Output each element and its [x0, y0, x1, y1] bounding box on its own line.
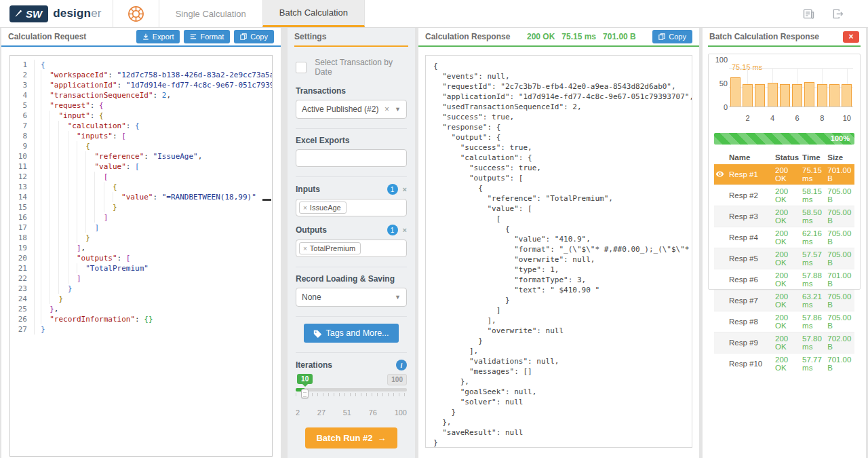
result-name: Resp #10: [728, 354, 774, 375]
eye-icon[interactable]: [714, 164, 728, 185]
column-header: Name: [728, 151, 774, 164]
slider-track[interactable]: [296, 388, 407, 392]
export-button[interactable]: Export: [136, 30, 180, 43]
transactions-select[interactable]: Active Published (#2) × ▼: [296, 100, 407, 119]
batch-result-row[interactable]: Resp #1200 OK75.15 ms701.00 B: [714, 164, 854, 185]
record-loading-saving-label: Record Loading & Saving: [296, 274, 407, 284]
result-name: Resp #6: [728, 269, 774, 290]
app-logo: SW designer: [0, 0, 113, 27]
response-json-line: ],: [433, 346, 692, 356]
batch-result-row[interactable]: Resp #8200 OK57.86 ms705.00 B: [714, 311, 854, 332]
batch-result-row[interactable]: Resp #3200 OK58.50 ms705.00 B: [714, 206, 854, 227]
settings-panel: Settings Select Transaction by Date Tran…: [288, 28, 415, 458]
clear-transaction-icon[interactable]: ×: [384, 104, 389, 114]
batch-result-row[interactable]: Resp #2200 OK58.15 ms705.00 B: [714, 185, 854, 206]
batch-result-row[interactable]: Resp #7200 OK63.21 ms705.00 B: [714, 290, 854, 311]
iterations-label: Iterations i: [296, 360, 407, 370]
inputs-tag-field[interactable]: × IssueAge: [296, 199, 407, 216]
arrow-right-icon: →: [378, 433, 387, 443]
tab-single-calculation[interactable]: Single Calculation: [159, 0, 262, 27]
copy-request-button[interactable]: Copy: [234, 30, 274, 43]
column-header: Size: [826, 151, 854, 164]
result-status: 200 OK: [774, 164, 801, 185]
result-name: Resp #2: [728, 185, 774, 206]
slider-value-bubble: 10: [297, 374, 313, 384]
batch-result-row[interactable]: Resp #4200 OK62.16 ms705.00 B: [714, 227, 854, 248]
outputs-tag-field[interactable]: × TotalPremium: [296, 240, 407, 257]
tags-and-more-button[interactable]: Tags and More...: [304, 324, 398, 343]
tab-batch-calculation[interactable]: Batch Calculation: [262, 0, 365, 27]
response-json-view[interactable]: { "events": null, "requestId": "2c7c3b7b…: [425, 55, 692, 448]
batch-response-title: Batch Calculation Response: [709, 32, 819, 41]
clear-outputs-icon[interactable]: ×: [403, 226, 407, 234]
slider-max-badge: 100: [387, 374, 407, 385]
response-time-bar[interactable]: [804, 82, 814, 107]
x-axis-label: [754, 114, 766, 122]
sign-out-icon[interactable]: [831, 7, 845, 21]
help-lifesaver-icon[interactable]: [113, 0, 159, 27]
response-time-bar[interactable]: [743, 84, 753, 107]
batch-result-row[interactable]: Resp #10200 OK57.77 ms701.00 B: [714, 354, 854, 375]
response-time-bar[interactable]: [817, 84, 827, 107]
line-number: 15: [10, 202, 35, 212]
response-time-bar[interactable]: [730, 77, 741, 107]
format-button[interactable]: Format: [184, 30, 230, 43]
code-line: 26"recordInformation": {}: [10, 314, 272, 324]
x-axis-label: [778, 114, 791, 122]
response-accent-line: [418, 45, 699, 47]
result-size: 705.00 B: [826, 206, 854, 227]
response-time-bar[interactable]: [780, 84, 790, 107]
line-number: 21: [10, 263, 35, 273]
response-time-bar[interactable]: [768, 83, 778, 107]
batch-results-box: 100500 75.15 ms 246810 100% NameStatusTi…: [708, 54, 861, 290]
slider-tick-labels: 2275176100: [296, 408, 407, 417]
response-json-line: "output": {: [433, 132, 692, 142]
y-axis-label: 0: [714, 103, 728, 111]
info-icon[interactable]: i: [396, 360, 407, 370]
batch-run-button[interactable]: Batch Run #2 →: [305, 427, 397, 449]
slider-handle[interactable]: [301, 389, 309, 398]
copy-response-button[interactable]: Copy: [652, 30, 692, 43]
response-json-line: "validations": null,: [433, 356, 692, 366]
code-line: 20"outputs": [: [10, 253, 272, 263]
remove-tag-icon[interactable]: ×: [303, 245, 307, 252]
iterations-slider[interactable]: 10 100: [296, 388, 407, 406]
download-icon: [142, 33, 149, 40]
select-transaction-by-date-checkbox[interactable]: [296, 62, 307, 73]
response-time-bar[interactable]: [755, 84, 765, 107]
y-axis-label: 100: [714, 56, 728, 64]
main-area: Calculation Request Export Format Copy 1…: [0, 28, 868, 458]
line-number: 10: [10, 151, 35, 161]
transactions-label: Transactions: [296, 86, 407, 96]
excel-exports-input[interactable]: [296, 149, 407, 167]
batch-result-row[interactable]: Resp #5200 OK57.57 ms705.00 B: [714, 248, 854, 269]
request-accent-line: [1, 45, 281, 47]
record-loading-select[interactable]: None ▼: [296, 288, 407, 307]
request-json-editor[interactable]: 1{2"workspaceId": "12d7c758-b138-426d-83…: [9, 55, 273, 457]
clear-inputs-icon[interactable]: ×: [403, 185, 407, 193]
response-json-line: }: [433, 336, 692, 346]
result-time: 57.86 ms: [801, 311, 826, 332]
status-time: 75.15 ms: [561, 32, 596, 41]
tab-bar: Single Calculation Batch Calculation: [159, 0, 365, 27]
news-icon[interactable]: [802, 7, 816, 21]
response-time-bar[interactable]: [792, 84, 802, 107]
scrollbar-marker: [262, 199, 271, 201]
divider: [296, 128, 407, 129]
code-line: 27}: [10, 324, 272, 335]
result-time: 57.57 ms: [801, 248, 826, 269]
close-icon[interactable]: ×: [843, 31, 859, 43]
remove-tag-icon[interactable]: ×: [303, 204, 307, 212]
code-line: 14"value": "=RANDBETWEEN(18,99)": [10, 192, 272, 202]
response-json-line: "text": " $410.90 ": [433, 285, 692, 295]
line-number: 12: [10, 172, 35, 182]
line-number: 6: [10, 111, 35, 121]
divider: [296, 352, 407, 353]
response-time-bar[interactable]: [829, 84, 840, 107]
tag-icon: [313, 329, 322, 338]
batch-results-table: NameStatusTimeSize Resp #1200 OK75.15 ms…: [714, 151, 854, 374]
batch-result-row[interactable]: Resp #9200 OK57.80 ms702.00 B: [714, 332, 854, 354]
calculation-response-panel: Calculation Response 200 OK 75.15 ms 701…: [418, 28, 699, 458]
batch-result-row[interactable]: Resp #6200 OK57.88 ms701.00 B: [714, 269, 854, 290]
response-time-bar[interactable]: [842, 84, 852, 107]
